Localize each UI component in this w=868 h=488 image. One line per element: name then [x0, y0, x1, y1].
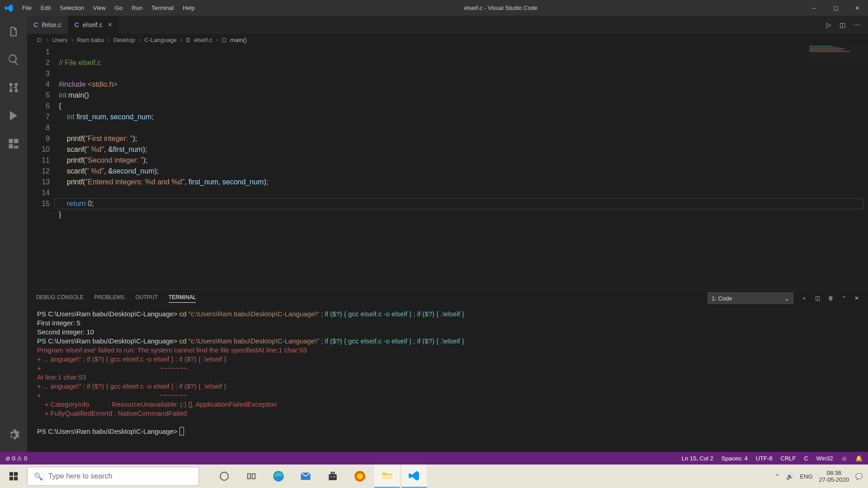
svg-point-13: [357, 473, 363, 479]
window-title: elseif.c - Visual Studio Code: [199, 5, 803, 11]
symbol-icon: ⬡: [222, 37, 226, 43]
edge-icon[interactable]: [266, 465, 291, 488]
line-gutter: 123456789101112131415: [27, 46, 59, 289]
menu-go[interactable]: Go: [111, 2, 127, 14]
svg-rect-4: [248, 474, 250, 479]
menu-terminal[interactable]: Terminal: [147, 2, 178, 14]
notifications-icon[interactable]: 💬: [855, 473, 863, 480]
menu-selection[interactable]: Selection: [56, 2, 88, 14]
tab-debug-console[interactable]: DEBUG CONSOLE: [36, 294, 84, 302]
search-icon[interactable]: [2, 48, 25, 71]
tray-expand-icon[interactable]: ⌃: [775, 473, 780, 480]
breadcrumb-part[interactable]: C:: [37, 37, 43, 43]
title-bar: File Edit Selection View Go Run Terminal…: [0, 0, 868, 16]
terminal-select-label: 1: Code: [712, 295, 732, 302]
svg-rect-1: [14, 472, 18, 476]
tab-problems[interactable]: PROBLEMS: [94, 294, 125, 302]
status-bell-icon[interactable]: 🔔: [855, 455, 863, 462]
menu-edit[interactable]: Edit: [37, 2, 55, 14]
windows-taskbar: 🔍 Type here to search ⌃ 🔊 ENG 08:36 27-0…: [0, 465, 868, 488]
svg-rect-0: [9, 472, 13, 476]
status-os[interactable]: Win32: [816, 455, 833, 462]
store-icon[interactable]: [320, 465, 345, 488]
split-editor-icon[interactable]: ◫: [840, 21, 845, 28]
maximize-button[interactable]: ▢: [825, 0, 846, 16]
extensions-icon[interactable]: [2, 132, 25, 155]
run-debug-icon[interactable]: [2, 104, 25, 127]
breadcrumb-part[interactable]: C-Language: [144, 37, 177, 43]
settings-gear-icon[interactable]: [2, 424, 25, 446]
taskbar-search[interactable]: 🔍 Type here to search: [27, 467, 199, 486]
tab-label: ifelse.c: [42, 21, 61, 28]
volume-icon[interactable]: 🔊: [786, 473, 793, 480]
cortana-icon[interactable]: [212, 465, 237, 488]
search-icon: 🔍: [34, 472, 43, 481]
terminal-select[interactable]: 1: Code ⌄: [708, 292, 793, 304]
svg-rect-2: [9, 477, 13, 480]
breadcrumb-part[interactable]: Ram babu: [77, 37, 104, 43]
menu-view[interactable]: View: [89, 2, 110, 14]
tab-elseif[interactable]: C elseif.c ×: [68, 16, 119, 34]
tab-output[interactable]: OUTPUT: [135, 294, 157, 302]
minimap[interactable]: [809, 46, 868, 64]
breadcrumb-part[interactable]: Users: [52, 37, 68, 43]
svg-rect-9: [331, 472, 335, 474]
status-lang[interactable]: C: [804, 455, 808, 462]
c-lang-icon: C: [186, 37, 190, 43]
svg-rect-14: [382, 474, 392, 479]
run-play-icon[interactable]: ▷: [826, 21, 831, 28]
panel: DEBUG CONSOLE PROBLEMS OUTPUT TERMINAL 1…: [27, 289, 868, 452]
source-control-icon[interactable]: [2, 76, 25, 99]
breadcrumb[interactable]: C:› Users› Ram babu› Desktop› C-Language…: [27, 34, 868, 46]
vscode-taskbar-icon[interactable]: [401, 465, 427, 488]
menu-bar: File Edit Selection View Go Run Terminal…: [18, 2, 199, 14]
breadcrumb-symbol[interactable]: main(): [230, 37, 247, 43]
editor[interactable]: 123456789101112131415 // File elseif.c #…: [27, 46, 868, 289]
terminal-output[interactable]: PS C:\Users\Ram babu\Desktop\C-Language>…: [27, 307, 868, 452]
menu-file[interactable]: File: [18, 2, 36, 14]
split-terminal-icon[interactable]: ◫: [815, 295, 820, 301]
tab-ifelse[interactable]: C ifelse.c: [27, 16, 68, 34]
c-lang-icon: C: [33, 21, 38, 28]
svg-rect-11: [333, 476, 335, 478]
file-explorer-icon[interactable]: [374, 465, 400, 488]
panel-tabs: DEBUG CONSOLE PROBLEMS OUTPUT TERMINAL 1…: [27, 290, 868, 307]
minimize-button[interactable]: ─: [803, 0, 825, 16]
svg-rect-8: [329, 474, 336, 480]
close-icon[interactable]: ×: [108, 21, 112, 29]
tab-label: elseif.c: [83, 21, 103, 28]
language-indicator[interactable]: ENG: [800, 473, 812, 480]
activity-bar: [0, 16, 27, 452]
kill-terminal-icon[interactable]: 🗑: [828, 295, 834, 301]
menu-run[interactable]: Run: [127, 2, 146, 14]
clock[interactable]: 08:36 27-05-2020: [819, 469, 849, 483]
search-placeholder: Type here to search: [48, 472, 112, 480]
svg-rect-5: [252, 474, 255, 479]
maximize-panel-icon[interactable]: ⌃: [842, 295, 846, 301]
start-button[interactable]: [0, 465, 27, 488]
svg-rect-10: [330, 476, 332, 478]
status-spaces[interactable]: Spaces: 4: [722, 455, 748, 462]
menu-help[interactable]: Help: [179, 2, 199, 14]
tab-terminal[interactable]: TERMINAL: [169, 294, 196, 303]
breadcrumb-part[interactable]: Desktop: [113, 37, 135, 43]
close-button[interactable]: ✕: [846, 0, 868, 16]
code-area[interactable]: // File elseif.c #include <stdio.h> int …: [59, 46, 868, 289]
explorer-icon[interactable]: [2, 20, 25, 43]
new-terminal-icon[interactable]: ＋: [802, 295, 807, 302]
more-icon[interactable]: ⋯: [854, 21, 860, 28]
status-encoding[interactable]: UTF-8: [756, 455, 773, 462]
tabs-row: C ifelse.c C elseif.c × ▷ ◫ ⋯: [27, 16, 868, 34]
chevron-down-icon: ⌄: [784, 295, 789, 302]
vscode-logo-icon: [0, 4, 18, 13]
status-feedback-icon[interactable]: ☺: [841, 455, 847, 462]
firefox-icon[interactable]: [347, 465, 373, 488]
status-ln-col[interactable]: Ln 15, Col 2: [682, 455, 713, 462]
breadcrumb-file[interactable]: elseif.c: [194, 37, 212, 43]
status-errors[interactable]: ⊘ 0 ⚠ 0: [5, 455, 27, 462]
mail-icon[interactable]: [293, 465, 318, 488]
status-eol[interactable]: CRLF: [781, 455, 796, 462]
svg-rect-3: [14, 477, 18, 480]
task-view-icon[interactable]: [239, 465, 264, 488]
close-panel-icon[interactable]: ✕: [854, 295, 859, 301]
